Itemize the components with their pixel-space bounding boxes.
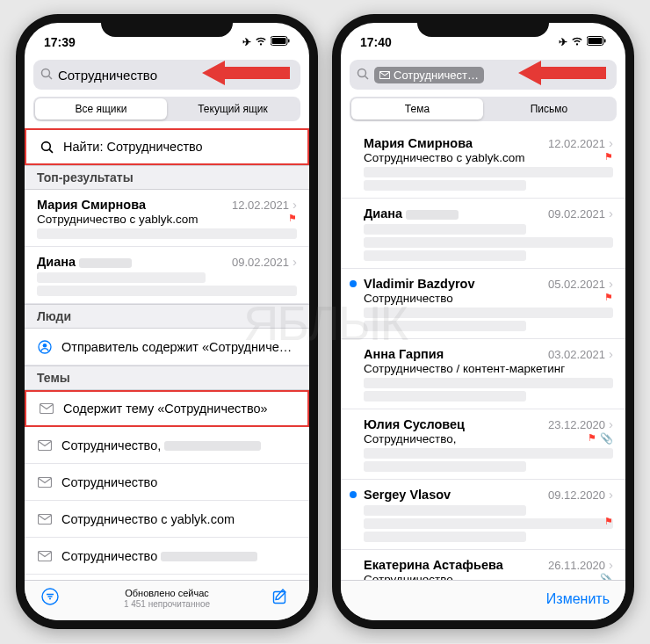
seg-message[interactable]: Письмо xyxy=(483,98,615,119)
date: 09.02.2021 xyxy=(232,256,289,269)
subject: Сотрудничество xyxy=(364,292,453,305)
flag-icon: ⚑ xyxy=(288,213,297,224)
battery-icon xyxy=(587,36,606,48)
chip-text: Сотрудничест… xyxy=(394,69,479,82)
wifi-icon xyxy=(255,36,267,48)
seg-current-mailbox[interactable]: Текущий ящик xyxy=(167,98,299,119)
preview-blur xyxy=(364,321,526,331)
chevron-right-icon: › xyxy=(609,416,613,431)
message-item[interactable]: Юлия Сусловец23.12.2020›Сотрудничество,📎… xyxy=(341,409,625,480)
date: 05.02.2021 xyxy=(548,278,605,291)
chevron-right-icon: › xyxy=(609,557,613,572)
people-filter-row[interactable]: Отправитель содержит «Сотрудничество» xyxy=(25,329,309,365)
phone-left: 17:39 ✈︎ Сотрудничество xyxy=(16,14,318,629)
results-list: Найти: Сотрудничество Топ-результаты Мар… xyxy=(25,128,309,580)
status-icons: ✈︎ xyxy=(242,36,290,48)
find-row[interactable]: Найти: Сотрудничество xyxy=(25,128,309,165)
airplane-icon: ✈︎ xyxy=(559,36,567,48)
subject: Сотрудничество с yablyk.com xyxy=(364,151,524,164)
chevron-right-icon: › xyxy=(609,135,613,150)
bottom-toolbar: Обновлено сейчас 1 451 непрочитанное xyxy=(25,580,309,620)
sender: Sergey Vlasov xyxy=(364,488,451,502)
unread-dot-icon xyxy=(350,491,357,498)
phone-right: 17:40 ✈︎ Сотрудниче xyxy=(332,14,634,629)
preview-blur xyxy=(364,250,526,261)
svg-rect-1 xyxy=(272,38,286,44)
envelope-icon xyxy=(37,551,53,561)
preview-blur xyxy=(364,518,613,529)
envelope-icon xyxy=(379,69,390,82)
svg-line-27 xyxy=(365,76,369,79)
subject: Сотрудничество, xyxy=(364,432,456,445)
filter-icon[interactable] xyxy=(40,587,63,611)
svg-line-7 xyxy=(49,149,53,153)
attachment-icon: 📎 xyxy=(600,432,613,445)
subject: Сотрудничество с yablyk.com xyxy=(37,213,198,226)
search-area: Сотрудничество xyxy=(25,54,309,97)
subject-row[interactable]: Сотрудничество xyxy=(25,538,309,575)
edit-button[interactable]: Изменить xyxy=(546,591,610,607)
subject-contains-row[interactable]: Содержит тему «Сотрудничество» xyxy=(25,390,309,427)
wifi-icon xyxy=(571,36,583,48)
envelope-icon xyxy=(37,477,53,488)
subject-row[interactable]: Сотрудничество с сайтом yablyk.com. С к… xyxy=(25,575,309,580)
person-icon xyxy=(37,340,53,354)
preview-blur xyxy=(364,180,526,191)
preview-blur xyxy=(364,461,526,472)
sender: Юлия Сусловец xyxy=(364,417,465,431)
svg-line-4 xyxy=(49,76,53,79)
search-input[interactable]: Сотрудничество xyxy=(33,60,300,90)
preview-blur xyxy=(364,237,613,248)
sender: Мария Смирнова xyxy=(37,198,146,212)
message-item[interactable]: Vladimir Bazdyrov05.02.2021›Сотрудничест… xyxy=(341,269,625,339)
attachment-icon: 📎 xyxy=(600,573,613,580)
svg-point-6 xyxy=(41,141,50,150)
chevron-right-icon: › xyxy=(609,276,613,291)
seg-all-mailboxes[interactable]: Все ящики xyxy=(35,98,167,119)
screen-right: 17:40 ✈︎ Сотрудниче xyxy=(341,23,625,620)
envelope-icon xyxy=(37,514,53,525)
message-item[interactable]: Диана 09.02.2021› xyxy=(25,247,309,304)
message-item[interactable]: Анна Гарпия03.02.2021›Сотрудничество / к… xyxy=(341,339,625,409)
scope-segmented-control[interactable]: Тема Письмо xyxy=(350,97,617,121)
date: 26.11.2020 xyxy=(548,559,605,572)
subject-row[interactable]: Сотрудничество с yablyk.com xyxy=(25,501,309,538)
sender: Екатерина Астафьева xyxy=(364,558,503,572)
svg-point-26 xyxy=(358,69,366,76)
subject-row[interactable]: Сотрудничество, xyxy=(25,427,309,464)
subject-row[interactable]: Сотрудничество xyxy=(25,464,309,501)
envelope-icon xyxy=(37,440,53,451)
message-item[interactable]: Диана 09.02.2021› xyxy=(341,199,625,269)
flag-icon: ⚑ xyxy=(604,151,613,163)
search-area: Сотрудничест… xyxy=(341,54,625,97)
chevron-right-icon: › xyxy=(292,254,297,269)
messages-list: Мария Смирнова12.02.2021›Сотрудничество … xyxy=(341,128,625,580)
notch xyxy=(417,14,549,37)
message-item[interactable]: Мария Смирнова12.02.2021›Сотрудничество … xyxy=(341,128,625,199)
search-chip[interactable]: Сотрудничест… xyxy=(374,67,484,83)
date: 09.12.2020 xyxy=(548,488,605,502)
footer-updated: Обновлено сейчас xyxy=(63,588,271,599)
seg-subject[interactable]: Тема xyxy=(351,98,483,119)
preview-blur xyxy=(364,448,613,459)
svg-point-3 xyxy=(42,69,50,76)
search-value: Сотрудничество xyxy=(58,68,157,83)
preview-blur xyxy=(364,532,526,542)
airplane-icon: ✈︎ xyxy=(242,36,251,48)
battery-icon xyxy=(271,36,290,48)
flag-icon: ⚑ xyxy=(588,432,596,444)
svg-point-9 xyxy=(43,344,47,348)
search-input[interactable]: Сотрудничест… xyxy=(350,60,617,90)
scope-segmented-control[interactable]: Все ящики Текущий ящик xyxy=(33,97,300,121)
message-item[interactable]: Екатерина Астафьева26.11.2020›Сотрудниче… xyxy=(341,550,625,580)
svg-rect-2 xyxy=(288,40,290,43)
date: 09.02.2021 xyxy=(548,207,605,221)
message-item[interactable]: Мария Смирнова 12.02.2021› Сотрудничеств… xyxy=(25,190,309,247)
compose-icon[interactable] xyxy=(271,587,293,611)
preview-blur xyxy=(364,391,526,402)
subject-text: Сотрудничество xyxy=(61,475,297,489)
date: 03.02.2021 xyxy=(548,348,605,361)
message-item[interactable]: Sergey Vlasov09.12.2020›⚑ xyxy=(341,480,625,550)
subject: Сотрудничество xyxy=(364,573,453,580)
subject-text: Сотрудничество, xyxy=(61,438,297,452)
